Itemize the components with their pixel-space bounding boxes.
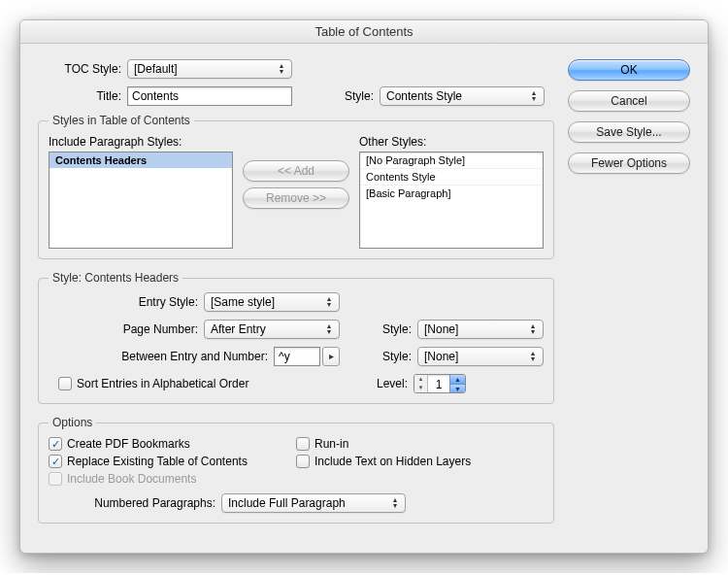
replace-toc-checkbox[interactable]: ✓ Replace Existing Table of Contents [49,455,296,468]
create-pdf-label: Create PDF Bookmarks [67,437,190,451]
toc-style-select[interactable]: [Default] [127,59,292,79]
title-input[interactable] [127,86,292,106]
toc-style-label: TOC Style: [38,62,127,76]
options-group: Options ✓ Create PDF Bookmarks Run-in ✓ … [38,416,554,524]
bt-style-value: [None] [424,350,458,363]
other-styles-label: Other Styles: [359,135,544,149]
run-in-checkbox[interactable]: Run-in [296,437,544,451]
bt-style-label: Style: [359,350,417,363]
bt-style-select[interactable]: [None] [417,347,544,366]
between-input[interactable] [274,347,320,366]
include-book-checkbox: Include Book Documents [49,472,296,486]
pn-style-label: Style: [359,322,417,336]
include-hidden-label: Include Text on Hidden Layers [314,455,471,468]
list-item[interactable]: Contents Headers [50,152,232,168]
stepper-up-icon[interactable]: ▲ [449,375,465,385]
stepper-down-icon[interactable]: ▼ [449,385,465,393]
include-styles-label: Include Paragraph Styles: [49,135,233,149]
page-number-value: After Entry [211,322,266,336]
updown-icon [276,62,287,76]
style-detail-group: Style: Contents Headers Entry Style: [Sa… [38,271,554,404]
checkbox-icon [58,377,72,390]
sort-label: Sort Entries in Alphabetical Order [77,377,248,390]
cancel-button[interactable]: Cancel [568,90,690,112]
numbered-select[interactable]: Include Full Paragraph [221,493,406,513]
updown-icon [323,295,335,309]
style-detail-legend: Style: Contents Headers [49,271,182,285]
run-in-label: Run-in [314,437,348,451]
title-style-select[interactable]: Contents Style [380,86,545,106]
between-label: Between Entry and Number: [49,350,274,363]
entry-style-value: [Same style] [211,295,275,309]
title-label: Title: [38,89,127,103]
window-title: Table of Contents [20,20,708,44]
list-item[interactable]: [Basic Paragraph] [360,185,543,201]
updown-icon [528,89,540,103]
entry-style-label: Entry Style: [49,295,204,309]
page-number-select[interactable]: After Entry [204,320,340,339]
checkbox-icon [49,472,62,486]
toc-dialog: Table of Contents TOC Style: [Default] T… [19,19,709,554]
include-book-label: Include Book Documents [67,472,196,486]
between-flyout-button[interactable]: ▸ [322,347,340,366]
fewer-options-button[interactable]: Fewer Options [568,152,690,174]
numbered-label: Numbered Paragraphs: [49,496,221,510]
toc-style-value: [Default] [134,62,178,76]
pn-style-value: [None] [424,322,458,336]
include-hidden-checkbox[interactable]: Include Text on Hidden Layers [296,455,544,468]
pn-style-select[interactable]: [None] [417,320,544,339]
ok-button[interactable]: OK [568,59,690,81]
title-style-value: Contents Style [386,89,462,103]
sort-checkbox[interactable]: Sort Entries in Alphabetical Order [58,377,248,390]
other-styles-list[interactable]: [No Paragraph Style] Contents Style [Bas… [359,152,544,249]
checkbox-icon: ✓ [49,455,62,468]
numbered-value: Include Full Paragraph [228,496,346,510]
updown-icon [389,496,401,510]
entry-style-select[interactable]: [Same style] [204,292,340,312]
create-pdf-checkbox[interactable]: ✓ Create PDF Bookmarks [49,437,296,451]
add-button[interactable]: << Add [243,160,349,182]
updown-icon [527,322,539,336]
options-legend: Options [49,416,96,429]
list-item[interactable]: [No Paragraph Style] [360,152,543,168]
checkbox-icon: ✓ [49,437,62,451]
checkbox-icon [296,455,310,468]
styles-group: Styles in Table of Contents Include Para… [38,114,554,259]
page-number-label: Page Number: [49,322,204,336]
save-style-button[interactable]: Save Style... [568,121,690,143]
include-styles-list[interactable]: Contents Headers [49,152,233,249]
remove-button[interactable]: Remove >> [243,187,349,209]
checkbox-icon [296,437,310,451]
title-style-label: Style: [312,89,380,103]
level-value: 1 [428,375,449,392]
updown-icon [323,322,335,336]
updown-icon [527,350,539,363]
level-stepper[interactable]: ▲▼ 1 ▲▼ [414,374,466,393]
list-item[interactable]: Contents Style [360,168,543,185]
styles-legend: Styles in Table of Contents [49,114,194,127]
replace-toc-label: Replace Existing Table of Contents [67,455,248,468]
level-label: Level: [357,377,414,390]
